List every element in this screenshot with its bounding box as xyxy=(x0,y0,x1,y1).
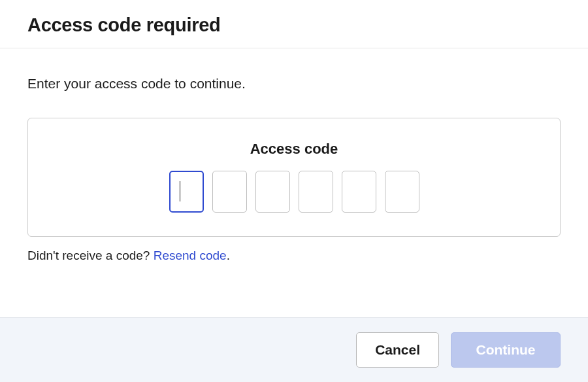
resend-suffix: . xyxy=(227,249,230,262)
digit-input-5[interactable] xyxy=(342,171,376,213)
digit-input-6[interactable] xyxy=(385,171,419,213)
digit-input-1[interactable] xyxy=(169,171,204,213)
access-code-label: Access code xyxy=(41,141,547,158)
continue-button[interactable]: Continue xyxy=(451,332,561,368)
resend-prefix: Didn't receive a code? xyxy=(27,249,154,262)
dialog-content: Enter your access code to continue. Acce… xyxy=(0,48,588,317)
text-caret xyxy=(180,181,181,201)
resend-code-link[interactable]: Resend code xyxy=(154,249,227,262)
dialog-header: Access code required xyxy=(0,0,588,48)
dialog-title: Access code required xyxy=(27,14,561,36)
access-code-panel: Access code xyxy=(27,118,561,237)
resend-line: Didn't receive a code? Resend code. xyxy=(27,249,561,263)
digit-input-wrapper xyxy=(169,171,204,213)
instruction-text: Enter your access code to continue. xyxy=(27,76,561,92)
digit-input-row xyxy=(41,171,547,213)
cancel-button[interactable]: Cancel xyxy=(356,332,439,368)
digit-input-2[interactable] xyxy=(212,171,247,213)
dialog-footer: Cancel Continue xyxy=(0,317,588,382)
digit-input-3[interactable] xyxy=(255,171,290,213)
digit-input-4[interactable] xyxy=(299,171,333,213)
